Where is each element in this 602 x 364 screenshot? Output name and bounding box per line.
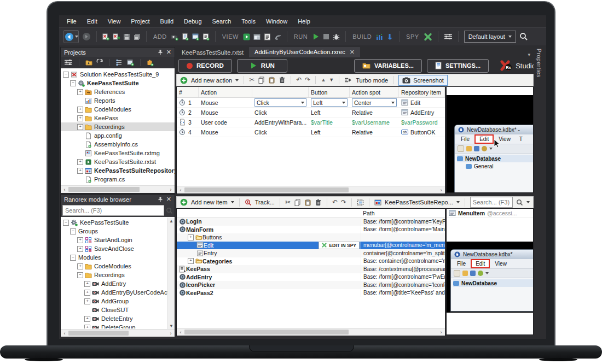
menu-item-project[interactable]: Project <box>131 18 149 25</box>
screenshot-button[interactable]: Screenshot <box>398 75 448 86</box>
repo-item-categories[interactable]: +CategoriesBase: container[@controlname=… <box>177 257 445 266</box>
module-hscrollbar[interactable]: ‹ › <box>61 329 175 337</box>
repo-item-buttons[interactable]: +Buttons <box>177 233 445 242</box>
view-list-icon[interactable] <box>264 33 271 40</box>
expand-icon[interactable]: + <box>77 159 83 165</box>
undo-icon[interactable]: ↶ <box>332 199 338 206</box>
undo-icon[interactable]: ↶ <box>296 77 302 84</box>
tab-addentrybyusercodeaction-rxrec[interactable]: AddEntryByUserCodeAction.rxrec✕ <box>249 47 360 57</box>
collapse-tree-icon[interactable] <box>116 59 123 66</box>
column-header[interactable]: Action <box>199 87 252 97</box>
redo-icon[interactable]: ↷ <box>305 77 310 84</box>
module-node-addentry[interactable]: +AddEntry <box>61 279 168 288</box>
menu-item-tools[interactable]: Tools <box>241 18 256 25</box>
refresh-icon[interactable] <box>96 59 103 66</box>
repo-item-login[interactable]: LogInBase: /form[@controlname='KeyPro <box>177 218 445 226</box>
tab-close-icon[interactable]: ✕ <box>350 49 355 55</box>
module-search-input[interactable]: Search... (F3) <box>62 205 164 216</box>
expand-icon[interactable]: + <box>84 290 90 296</box>
add-code-module-icon[interactable] <box>182 33 189 40</box>
expand-icon[interactable]: + <box>84 325 90 329</box>
repo-item-edit[interactable]: EditEDIT IN SPYmenubar[@controlname='m_m… <box>177 242 445 250</box>
repo-item-keepass2[interactable]: KeePass2Base: /form[@title='KeePass' and… <box>177 289 445 297</box>
expand-icon[interactable]: + <box>77 263 83 269</box>
expand-icon[interactable]: + <box>77 237 83 243</box>
build-solution-icon[interactable] <box>376 33 383 40</box>
pin-icon[interactable] <box>158 196 163 202</box>
variables-button[interactable]: VARIABLES... <box>354 59 422 73</box>
module-node-recordings[interactable]: −Recordings <box>61 271 168 279</box>
redo-icon[interactable]: ↷ <box>341 199 346 206</box>
expand-icon[interactable]: + <box>188 258 194 264</box>
module-vscrollbar[interactable]: ▲ ▼ <box>167 218 175 330</box>
expand-icon[interactable]: − <box>70 255 76 261</box>
menu-item-build[interactable]: Build <box>160 18 173 25</box>
properties-tab[interactable]: Properties <box>534 45 545 81</box>
module-node-addgroup[interactable]: +AddGroup <box>61 297 168 306</box>
expand-icon[interactable]: + <box>84 281 90 287</box>
add-suite-icon[interactable] <box>202 33 210 40</box>
delete-icon[interactable] <box>279 77 286 84</box>
action-row-3[interactable]: 3User codeAddEntryWithPara...$varTitle$v… <box>177 118 445 127</box>
add-item-icon[interactable] <box>180 198 188 206</box>
module-node-startandlogin[interactable]: +StartAndLogin <box>61 236 168 244</box>
repository-select[interactable]: KeePassTestSuiteRepo... <box>385 199 453 206</box>
action-row-4[interactable]: 4MouseClickLeftRelativeabButtonOK <box>177 127 445 137</box>
add-testcase-icon[interactable] <box>192 33 199 40</box>
search-icon[interactable] <box>519 32 528 41</box>
view-testsuite-icon[interactable] <box>243 33 250 40</box>
add-module-icon[interactable] <box>102 33 109 40</box>
menu-item-edit[interactable]: Edit <box>87 18 97 25</box>
repository-caret-icon[interactable] <box>456 201 460 203</box>
expand-icon[interactable]: − <box>63 220 69 226</box>
column-header[interactable]: # <box>177 87 199 97</box>
project-node-program-cs[interactable]: Program.cs <box>61 175 175 184</box>
repository-search-input[interactable]: Search... (F3) <box>470 197 513 208</box>
module-node-addentrybyusercodeactio[interactable]: +AddEntryByUserCodeActio <box>61 288 168 297</box>
expand-icon[interactable]: + <box>77 124 83 130</box>
expand-icon[interactable]: − <box>77 272 83 278</box>
projects-hscrollbar[interactable]: ‹ › <box>61 185 175 193</box>
column-header[interactable] <box>252 87 309 97</box>
path-column-header[interactable]: Path <box>363 210 375 216</box>
edit-in-spy-button[interactable]: EDIT IN SPY <box>319 242 360 249</box>
copy-icon[interactable] <box>294 199 301 206</box>
spy-icon[interactable] <box>424 33 432 41</box>
settings-button[interactable]: SETTINGS... <box>427 59 489 73</box>
run-stop-icon[interactable] <box>323 33 329 40</box>
project-node-keepasstestsuite-rxtmg[interactable]: KeePassTestSuite.rxtmg <box>61 149 175 157</box>
menu-item-view[interactable]: View <box>108 18 121 25</box>
import-module-icon[interactable] <box>113 33 120 40</box>
debug-icon[interactable] <box>333 33 340 40</box>
project-node-codemodules[interactable]: +CodeModules <box>61 105 175 114</box>
repo-item-keepass[interactable]: KeePassBase: /contextmenu[@processname <box>177 265 445 273</box>
module-node-saveandclose[interactable]: +SaveAndClose <box>61 244 168 253</box>
module-node-groups[interactable]: −Groups <box>61 227 168 236</box>
module-node-deletegroup[interactable]: +DeleteGroup <box>61 323 168 328</box>
expand-icon[interactable]: + <box>77 89 83 95</box>
track-label[interactable]: Track... <box>255 199 275 206</box>
repo-item-addentry[interactable]: AddEntryBase: /form[@controlname='PwEntr <box>177 273 445 281</box>
expand-icon[interactable]: + <box>77 168 83 174</box>
action-row-2[interactable]: 2MouseClickLeftRelativeAddEntry <box>177 108 445 118</box>
expand-icon[interactable]: − <box>63 72 69 78</box>
module-node-deleteentry[interactable]: +DeleteEntry <box>61 314 168 323</box>
project-node-reports[interactable]: Reports <box>61 96 175 105</box>
project-node-solution-keepasstestsuite-9[interactable]: −Solution KeePassTestSuite_9 <box>61 70 175 79</box>
turbo-mode-label[interactable]: Turbo mode <box>356 77 388 84</box>
expand-icon[interactable]: + <box>188 234 194 240</box>
turbo-mode-icon[interactable] <box>344 77 352 84</box>
project-node-keepasstestsuite-rxtst[interactable]: +KeePassTestSuite.rxtst <box>61 157 175 166</box>
save-all-icon[interactable] <box>134 33 141 40</box>
add-new-action-label[interactable]: Add new action <box>191 77 232 84</box>
add-reference-icon[interactable] <box>147 59 154 66</box>
highlight-element-icon[interactable] <box>357 199 364 206</box>
record-button[interactable]: RECORD <box>178 59 232 73</box>
repository-search-icon[interactable] <box>516 199 523 206</box>
cut-icon[interactable]: ✂ <box>285 199 291 206</box>
column-header[interactable]: Button <box>309 87 350 97</box>
view-report-icon[interactable] <box>253 33 261 40</box>
menu-item-debug[interactable]: Debug <box>184 18 201 25</box>
module-node-codemodules[interactable]: +CodeModules <box>61 262 168 271</box>
add-action-caret-icon[interactable] <box>235 79 239 81</box>
